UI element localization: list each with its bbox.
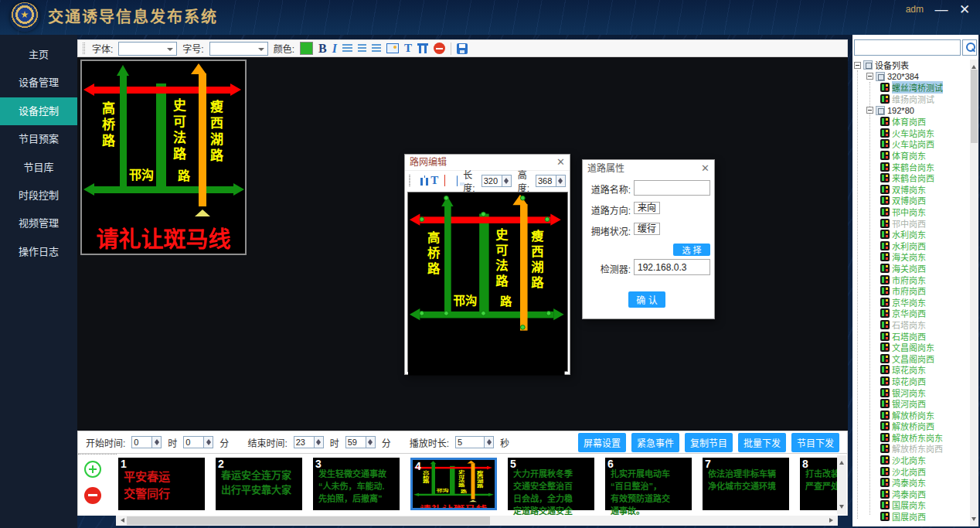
spinner-arrows[interactable] — [152, 436, 162, 448]
add-program-button[interactable] — [84, 461, 101, 478]
search-button[interactable] — [962, 39, 977, 56]
search-input[interactable] — [854, 39, 961, 56]
edit-handle[interactable] — [546, 311, 552, 316]
tree-scrollbar[interactable] — [970, 60, 978, 526]
scroll-left-icon[interactable] — [118, 518, 124, 523]
color-swatch[interactable] — [300, 42, 313, 55]
end-minute-input[interactable] — [345, 436, 366, 448]
sign-preview[interactable]: 高桥路 史可法路 瘦西湖路 邗沟 路 请礼让斑马线 — [80, 60, 247, 255]
duration-input[interactable] — [455, 436, 485, 448]
edit-handle[interactable] — [419, 216, 424, 222]
sidebar-item[interactable]: 视频管理 — [0, 209, 77, 237]
insert-text-icon[interactable]: T — [404, 42, 412, 55]
font-size-select[interactable] — [209, 42, 268, 56]
insert-text-icon[interactable]: T — [430, 174, 438, 187]
scroll-down-icon[interactable] — [839, 505, 844, 511]
road-name-input[interactable] — [634, 180, 710, 196]
program-vertical-scrollbar[interactable] — [837, 455, 846, 514]
delete-icon[interactable] — [434, 43, 445, 54]
end-hour-stepper[interactable] — [294, 436, 324, 448]
end-hour-input[interactable] — [294, 436, 315, 448]
dialog-titlebar[interactable]: 道路属性 ✕ — [583, 160, 714, 177]
edit-handle[interactable] — [419, 311, 424, 316]
bold-button[interactable]: B — [318, 42, 327, 56]
height-input[interactable] — [536, 175, 556, 187]
scrollbar-thumb[interactable] — [971, 70, 978, 143]
scroll-up-icon[interactable] — [971, 63, 976, 69]
start-hour-input[interactable] — [131, 436, 152, 448]
insert-image-icon[interactable] — [386, 43, 399, 53]
spinner-arrows[interactable] — [485, 436, 494, 448]
dialog-titlebar[interactable]: 路网编辑 ✕ — [405, 155, 570, 170]
control-button[interactable]: 紧急事件 — [631, 433, 679, 452]
spinner-arrows[interactable] — [315, 436, 324, 448]
spinner-arrows[interactable] — [366, 436, 376, 448]
detector-input[interactable] — [634, 259, 710, 275]
tree-expander-icon[interactable] — [854, 62, 861, 69]
program-thumb[interactable]: 2春运安全连万家出行平安靠大家 — [216, 458, 302, 510]
close-icon[interactable]: ✕ — [556, 155, 565, 170]
scroll-down-icon[interactable] — [971, 517, 976, 523]
save-icon[interactable] — [457, 43, 468, 54]
duration-stepper[interactable] — [455, 436, 494, 448]
sidebar-item[interactable]: 节目库 — [0, 154, 77, 182]
tree-expander-icon[interactable] — [866, 73, 873, 80]
edit-handle[interactable] — [545, 216, 550, 222]
edit-handle[interactable] — [444, 196, 449, 201]
program-horizontal-scrollbar[interactable] — [116, 516, 838, 526]
spinner-arrows[interactable] — [204, 436, 213, 448]
height-stepper[interactable] — [536, 175, 566, 187]
sidebar-item[interactable]: 主页 — [0, 41, 77, 69]
sidebar-item[interactable]: 设备管理 — [0, 69, 77, 97]
program-thumb[interactable]: 6扎实开展电动车“百日整治”，有效预防道路交通事故。 — [605, 458, 692, 510]
program-thumb[interactable]: 8打击改装“灯严查严处“机 — [800, 458, 837, 510]
control-button[interactable]: 复制节目 — [685, 433, 733, 452]
spinner-arrows[interactable] — [502, 175, 512, 187]
italic-button[interactable]: I — [332, 42, 337, 56]
minimize-button[interactable]: — — [932, 1, 951, 19]
scroll-right-icon[interactable] — [829, 518, 835, 523]
sidebar-item[interactable]: 操作日志 — [0, 238, 77, 266]
start-hour-stepper[interactable] — [131, 436, 162, 448]
program-thumb[interactable]: 3发生轻微交通事故“人未伤，车能动.先拍照，后撤离” — [313, 458, 400, 510]
end-minute-stepper[interactable] — [345, 436, 376, 448]
align-center-icon[interactable] — [358, 44, 366, 53]
tree-group[interactable]: 320*384 — [852, 71, 970, 83]
edit-handle[interactable] — [444, 311, 449, 316]
start-minute-input[interactable] — [183, 436, 204, 448]
program-thumb[interactable]: 5大力开展秋冬季交通安全整治百日会战，全力稳定道路交通安全形势！ — [508, 458, 594, 510]
font-select[interactable] — [118, 42, 177, 56]
sidebar-item[interactable]: 时段控制 — [0, 182, 77, 209]
edit-handle[interactable] — [481, 212, 486, 217]
roadnet-edit-canvas[interactable]: 高桥路 史可法路 瘦西湖路 邗沟 路 请礼让斑马线 — [407, 192, 568, 372]
close-icon[interactable]: ✕ — [701, 161, 709, 176]
confirm-button[interactable]: 确 认 — [628, 291, 665, 308]
edit-handle[interactable] — [520, 196, 526, 201]
program-thumb[interactable]: 4 高桥路 史可法路 瘦西湖路 邗沟 路 请礼让斑马线 — [410, 458, 497, 510]
close-button[interactable]: ✕ — [955, 1, 974, 19]
edit-handle[interactable] — [520, 325, 526, 330]
sidebar-item[interactable]: 设备控制 — [0, 97, 77, 125]
program-thumb[interactable]: 1平安春运交警同行 — [118, 458, 205, 510]
tree-expander-icon[interactable] — [866, 107, 873, 114]
road-direction-select[interactable]: 来向 — [634, 202, 660, 214]
congestion-select[interactable]: 缓行 — [634, 223, 660, 235]
start-minute-stepper[interactable] — [183, 436, 213, 448]
control-button[interactable]: 节目下发 — [791, 433, 839, 452]
align-left-icon[interactable] — [342, 44, 352, 53]
spinner-arrows[interactable] — [556, 175, 566, 187]
program-thumb[interactable]: 7依法治理非标车辆净化城市交通环境 — [703, 458, 789, 510]
control-button[interactable]: 批量下发 — [738, 433, 786, 452]
edit-handle[interactable] — [481, 311, 486, 316]
select-detector-button[interactable]: 选 择 — [673, 244, 710, 256]
scrollbar-thumb[interactable] — [127, 516, 490, 525]
align-right-icon[interactable] — [372, 44, 381, 53]
remove-program-button[interactable] — [84, 487, 101, 504]
road-network-icon[interactable] — [417, 43, 428, 53]
scroll-up-icon[interactable] — [839, 458, 844, 465]
length-input[interactable] — [481, 175, 502, 187]
sidebar-item[interactable]: 节目预案 — [0, 125, 77, 153]
length-stepper[interactable] — [481, 175, 512, 187]
tree-root[interactable]: 设备列表 — [852, 60, 970, 71]
control-button[interactable]: 屏幕设置 — [578, 433, 626, 452]
